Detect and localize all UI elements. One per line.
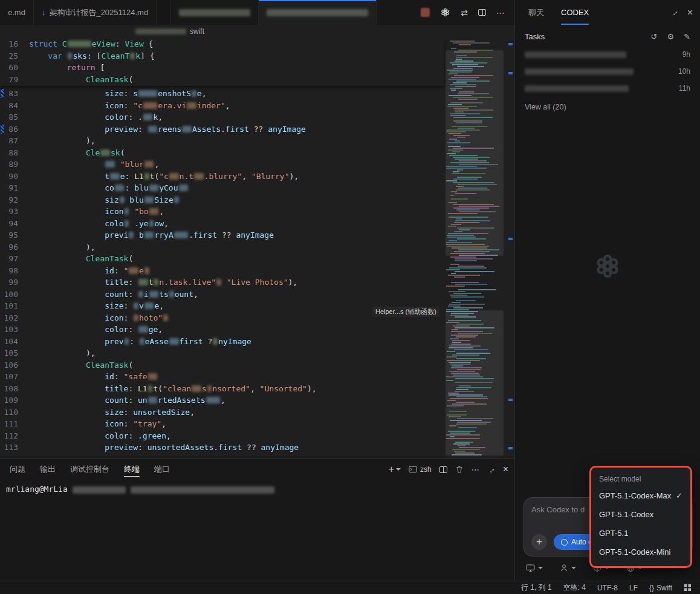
breadcrumb[interactable]: swift xyxy=(0,25,514,38)
tab-codex[interactable]: CODEX xyxy=(561,0,589,25)
view-all-link[interactable]: View all (20) xyxy=(515,97,700,111)
terminal-content[interactable]: mrliang@MrLia xyxy=(0,480,514,581)
model-menu-title: Select model xyxy=(591,471,690,486)
code-line-100[interactable]: 100 count: itsount, xyxy=(0,289,444,301)
code-line-88[interactable]: 88 Clesk( xyxy=(0,147,444,159)
panel-tab[interactable]: 问题 xyxy=(10,459,25,480)
code-line-79[interactable]: 79 CleanTask( xyxy=(0,74,444,86)
more-actions-icon[interactable]: ⋯ xyxy=(472,465,479,474)
code-line-85[interactable]: 85 color: .k, xyxy=(0,111,444,123)
code-line-16[interactable]: 16struct CeView: View { xyxy=(0,38,444,50)
openai-icon[interactable] xyxy=(440,7,450,18)
code-line-106[interactable]: 106 CleanTask( xyxy=(0,359,444,371)
extension-icon[interactable] xyxy=(421,8,430,17)
redacted-code xyxy=(138,90,157,97)
panel-tab[interactable]: 端口 xyxy=(154,459,170,480)
tab-md-partial[interactable]: e.md xyxy=(0,0,34,25)
minimap[interactable] xyxy=(444,38,505,459)
model-option[interactable]: GPT-5.1-Codex xyxy=(591,505,690,524)
task-row[interactable]: 9h xyxy=(515,46,700,63)
code-line-107[interactable]: 107 id: "safe xyxy=(0,371,444,383)
edit-icon[interactable]: ✎ xyxy=(684,32,690,41)
code-line-98[interactable]: 98 id: "e xyxy=(0,265,444,277)
account-selector[interactable] xyxy=(560,564,576,572)
new-terminal-button[interactable]: + xyxy=(389,464,401,475)
layout-grid-icon[interactable] xyxy=(684,584,692,592)
code-line-110[interactable]: 110 size: unsortedSize, xyxy=(0,406,444,419)
gear-icon[interactable]: ⚙ xyxy=(667,32,674,41)
code-line-103[interactable]: 103 color: ge, xyxy=(0,324,444,336)
line-number: 99 xyxy=(0,276,18,289)
maximize-panel-icon[interactable]: ↔ xyxy=(485,463,497,475)
code-editor[interactable]: 16struct CeView: View {25 var sks: [Clea… xyxy=(0,38,514,459)
sticky-scroll[interactable]: 16struct CeView: View {25 var sks: [Clea… xyxy=(0,38,444,86)
code-line-92[interactable]: 92 siz bluSize xyxy=(0,194,444,206)
more-actions-icon[interactable]: ⋯ xyxy=(496,8,505,18)
code-line-83[interactable]: 83 size: senshotSe, xyxy=(0,88,444,100)
tab-audit-report[interactable]: ↓ 架构审计报告_20251124.md xyxy=(34,0,157,25)
model-option[interactable]: GPT-5.1-Codex-Max✓ xyxy=(591,486,690,505)
code-line-97[interactable]: 97 CleanTask( xyxy=(0,253,444,265)
code-line-89[interactable]: 89 "blur, xyxy=(0,158,444,171)
line-text: icon "bo, xyxy=(18,206,164,218)
code-line-84[interactable]: 84 icon: "cera.viinder", xyxy=(0,100,444,112)
code-line-105[interactable]: 105 ), xyxy=(0,347,444,359)
code-viewport[interactable]: 83 size: senshotSe,84 icon: "cera.viinde… xyxy=(0,88,444,454)
expand-panel-icon[interactable]: ↔ xyxy=(668,7,680,19)
panel-tab[interactable]: 终端 xyxy=(124,459,140,480)
code-line-104[interactable]: 104 prev: eAssefirst ?nyImage xyxy=(0,336,444,348)
panel-tab[interactable]: 调试控制台 xyxy=(70,459,109,480)
redacted-code xyxy=(125,338,129,345)
line-number: 25 xyxy=(0,50,18,62)
eol-sequence[interactable]: LF xyxy=(629,584,638,592)
panel-tab[interactable]: 输出 xyxy=(40,459,56,480)
code-line-94[interactable]: 94 colo .yeow, xyxy=(0,218,444,230)
code-line-112[interactable]: 112 color: .green, xyxy=(0,430,444,442)
compare-changes-icon[interactable]: ⇄ xyxy=(461,8,468,18)
code-line-91[interactable]: 91 co: bluyCou xyxy=(0,182,444,194)
terminal-shell-item[interactable]: zsh xyxy=(409,465,432,474)
overview-ruler[interactable] xyxy=(505,38,514,459)
line-number: 86 xyxy=(0,123,18,135)
task-time: 11h xyxy=(679,84,690,93)
tab-redacted-1[interactable] xyxy=(171,0,259,25)
model-select-menu: Select model GPT-5.1-Codex-Max✓GPT-5.1-C… xyxy=(589,466,692,568)
code-line-60[interactable]: 60 return [ xyxy=(0,62,444,74)
indentation[interactable]: 空格: 4 xyxy=(563,583,586,593)
encoding[interactable]: UTF-8 xyxy=(597,584,618,592)
code-line-87[interactable]: 87 ), xyxy=(0,135,444,147)
code-line-25[interactable]: 25 var sks: [CleanTk] { xyxy=(0,50,444,62)
split-terminal-icon[interactable] xyxy=(439,466,447,473)
line-text: icon: "tray", xyxy=(18,418,166,430)
code-line-111[interactable]: 111 icon: "tray", xyxy=(0,418,444,430)
code-line-109[interactable]: 109 count: unrtedAssets, xyxy=(0,394,444,406)
close-panel-icon[interactable]: × xyxy=(503,465,508,474)
code-line-99[interactable]: 99 title: tn.task.live" "Live Photos"), xyxy=(0,276,444,289)
code-line-95[interactable]: 95 previ brryA.first ?? anyImage xyxy=(0,229,444,241)
line-number: 92 xyxy=(0,194,18,206)
line-text: te: L1t("cn.t.blurry", "Blurry"), xyxy=(18,171,299,183)
code-line-86[interactable]: 86 preview: reensAssets.first ?? anyImag… xyxy=(0,123,444,135)
task-row[interactable]: 10h xyxy=(515,63,700,80)
line-text: icon: hoto" xyxy=(18,312,169,324)
code-line-96[interactable]: 96 ), xyxy=(0,241,444,253)
split-editor-icon[interactable] xyxy=(478,9,486,16)
cursor-position[interactable]: 行 1, 列 1 xyxy=(521,583,552,593)
model-option[interactable]: GPT-5.1-Codex-Mini xyxy=(591,543,690,561)
line-text: co: bluyCou xyxy=(18,182,189,194)
code-line-90[interactable]: 90 te: L1t("cn.t.blurry", "Blurry"), xyxy=(0,171,444,183)
code-line-108[interactable]: 108 title: L1t("cleansnsorted", "Unsorte… xyxy=(0,383,444,395)
task-row[interactable]: 11h xyxy=(515,80,700,97)
code-line-113[interactable]: 113 preview: unsortedAssets.first ?? any… xyxy=(0,442,444,454)
kill-terminal-icon[interactable] xyxy=(455,465,464,474)
close-side-panel-icon[interactable]: × xyxy=(687,8,693,18)
tab-chat[interactable]: 聊天 xyxy=(528,0,544,25)
tab-redacted-active[interactable] xyxy=(259,0,377,25)
environment-selector[interactable] xyxy=(526,564,543,572)
language-mode[interactable]: {} Swift xyxy=(649,584,672,592)
history-icon[interactable]: ↺ xyxy=(651,32,658,41)
attach-button[interactable]: + xyxy=(531,534,547,550)
line-number: 94 xyxy=(0,218,18,230)
model-option[interactable]: GPT-5.1 xyxy=(591,524,690,543)
code-line-93[interactable]: 93 icon "bo, xyxy=(0,206,444,218)
